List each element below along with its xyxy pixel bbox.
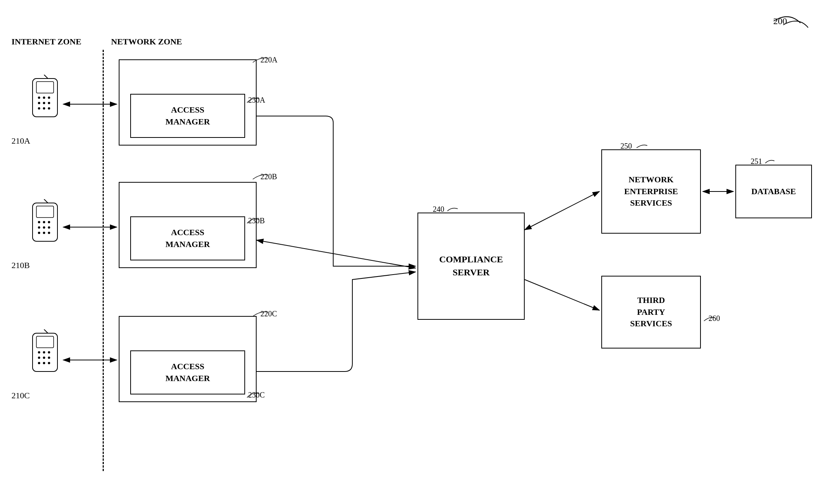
label-260: 260 [709, 314, 720, 323]
label-251: 251 [751, 157, 762, 166]
svg-point-35 [48, 362, 50, 364]
svg-line-42 [525, 191, 599, 230]
svg-point-21 [38, 232, 40, 234]
svg-point-16 [43, 221, 45, 223]
network-zone-label: NETWORK ZONE [111, 36, 182, 47]
database: DATABASE [735, 165, 812, 218]
label-230b: 230B [248, 216, 265, 225]
svg-point-18 [38, 226, 40, 229]
diagram: 200 INTERNET ZONE NETWORK ZONE 210A [0, 0, 833, 504]
svg-point-32 [48, 357, 50, 359]
device-210b [23, 199, 61, 259]
svg-point-22 [43, 232, 45, 234]
compliance-server: COMPLIANCESERVER [417, 213, 525, 320]
access-manager-b: ACCESSMANAGER [130, 216, 245, 260]
svg-point-4 [43, 97, 45, 99]
access-manager-c: ACCESSMANAGER [130, 350, 245, 394]
svg-line-41 [257, 240, 416, 268]
label-230a: 230A [248, 96, 265, 105]
svg-line-12 [44, 199, 48, 203]
label-220c: 220C [260, 309, 277, 318]
label-220a: 220A [260, 56, 277, 64]
label-220b: 220B [260, 172, 277, 181]
svg-point-30 [38, 357, 40, 359]
label-250: 250 [620, 142, 632, 151]
svg-rect-2 [36, 82, 54, 93]
svg-point-6 [38, 102, 40, 104]
svg-point-15 [38, 221, 40, 223]
svg-point-19 [43, 226, 45, 229]
svg-point-34 [43, 362, 45, 364]
device-210a [23, 75, 61, 134]
svg-point-33 [38, 362, 40, 364]
enterprise-services: NETWORKENTERPRISESERVICES [601, 149, 701, 234]
svg-rect-14 [36, 206, 54, 218]
svg-point-23 [48, 232, 50, 234]
device-210a-label: 210A [11, 136, 30, 146]
svg-point-20 [48, 226, 50, 229]
svg-point-7 [43, 102, 45, 104]
zone-divider [103, 50, 104, 471]
device-210c-label: 210C [11, 391, 30, 401]
svg-point-8 [48, 102, 50, 104]
internet-zone-label: INTERNET ZONE [11, 36, 81, 47]
svg-point-5 [48, 97, 50, 99]
svg-point-10 [43, 107, 45, 110]
svg-point-31 [43, 357, 45, 359]
svg-point-17 [48, 221, 50, 223]
svg-point-9 [38, 107, 40, 110]
svg-point-11 [48, 107, 50, 110]
figure-number: 200 [773, 15, 787, 27]
access-manager-a: ACCESSMANAGER [130, 94, 245, 138]
svg-line-24 [44, 329, 48, 333]
svg-point-28 [43, 351, 45, 353]
third-party-services: THIRDPARTYSERVICES [601, 276, 701, 349]
device-210c [23, 329, 61, 389]
svg-rect-26 [36, 336, 54, 348]
device-210b-label: 210B [11, 260, 30, 270]
label-230c: 230C [248, 391, 265, 399]
svg-line-43 [525, 280, 599, 310]
svg-line-0 [44, 75, 48, 79]
label-240: 240 [433, 205, 444, 214]
svg-point-29 [48, 351, 50, 353]
svg-point-3 [38, 97, 40, 99]
svg-point-27 [38, 351, 40, 353]
